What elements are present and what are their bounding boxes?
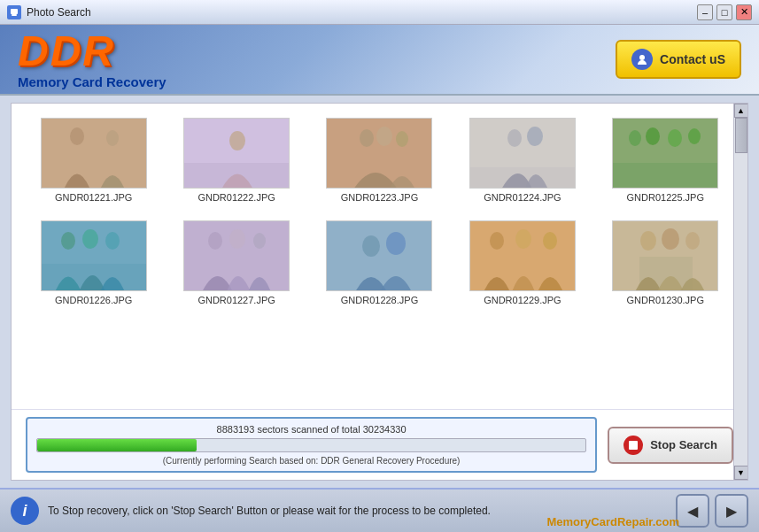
- scroll-track: [735, 118, 747, 466]
- photo-item: GNDR01228.JPG: [315, 220, 444, 305]
- svg-point-16: [527, 127, 543, 146]
- svg-point-43: [685, 232, 700, 250]
- photo-label: GNDR01227.JPG: [197, 295, 275, 305]
- watermark: MemoryCardRepair.com: [546, 515, 679, 528]
- svg-point-2: [639, 55, 645, 60]
- photo-item: GNDR01230.JPG: [601, 220, 730, 305]
- svg-point-22: [688, 128, 701, 144]
- photo-label: GNDR01228.JPG: [341, 295, 418, 305]
- svg-point-5: [106, 130, 119, 146]
- photo-thumbnail[interactable]: [41, 118, 147, 189]
- scroll-up-arrow[interactable]: ▲: [734, 104, 748, 118]
- svg-point-15: [507, 129, 522, 147]
- stop-icon: [623, 436, 643, 455]
- svg-point-34: [386, 232, 406, 255]
- svg-point-4: [70, 127, 84, 145]
- scroll-thumb[interactable]: [735, 118, 747, 153]
- progress-box: 8883193 sectors scanned of total 3023433…: [26, 417, 597, 473]
- svg-point-8: [229, 131, 245, 150]
- svg-rect-40: [639, 257, 693, 291]
- photo-label: GNDR01230.JPG: [627, 295, 704, 305]
- svg-rect-17: [613, 119, 718, 189]
- svg-point-37: [515, 229, 531, 249]
- gallery-scroll-area[interactable]: GNDR01221.JPGGNDR01222.JPGGNDR01223.JPGG…: [12, 104, 747, 409]
- navigation-buttons: ◀ ▶: [676, 494, 748, 528]
- photo-thumbnail[interactable]: [612, 118, 718, 189]
- photo-thumbnail[interactable]: [183, 220, 290, 291]
- gallery-container: GNDR01221.JPGGNDR01222.JPGGNDR01223.JPGG…: [11, 103, 748, 481]
- svg-point-12: [396, 131, 408, 147]
- photo-thumbnail[interactable]: [469, 118, 576, 189]
- scroll-down-arrow[interactable]: ▼: [734, 466, 748, 480]
- svg-rect-18: [613, 163, 718, 189]
- header-branding: DDR Memory Card Recovery: [18, 30, 167, 89]
- svg-rect-24: [42, 264, 147, 291]
- close-button[interactable]: ✕: [736, 4, 752, 20]
- window-controls: – □ ✕: [697, 4, 752, 20]
- svg-point-20: [646, 127, 660, 145]
- gallery-grid: GNDR01221.JPGGNDR01222.JPGGNDR01223.JPGG…: [29, 118, 730, 305]
- svg-point-10: [360, 129, 374, 147]
- title-bar: Photo Search – □ ✕: [0, 0, 759, 25]
- photo-thumbnail[interactable]: [41, 220, 147, 291]
- svg-point-33: [362, 235, 380, 257]
- title-bar-left: Photo Search: [7, 5, 91, 19]
- back-button[interactable]: ◀: [676, 494, 709, 528]
- svg-point-42: [662, 228, 679, 250]
- main-area: GNDR01221.JPGGNDR01222.JPGGNDR01223.JPGG…: [0, 96, 759, 488]
- photo-label: GNDR01225.JPG: [627, 192, 704, 203]
- svg-point-21: [668, 129, 682, 147]
- photo-label: GNDR01226.JPG: [55, 295, 132, 305]
- contact-button[interactable]: Contact uS: [616, 40, 741, 79]
- app-subtitle: Memory Card Recovery: [18, 74, 167, 89]
- stop-label: Stop Search: [650, 438, 717, 451]
- photo-label: GNDR01222.JPG: [197, 192, 275, 203]
- scrollbar[interactable]: ▲ ▼: [733, 104, 747, 480]
- svg-point-19: [629, 130, 641, 146]
- svg-point-29: [208, 232, 222, 250]
- progress-note: (Currently performing Search based on: D…: [36, 456, 586, 466]
- app-icon: [7, 5, 21, 19]
- svg-rect-3: [42, 119, 147, 189]
- svg-rect-0: [11, 9, 18, 14]
- photo-thumbnail[interactable]: [326, 220, 432, 291]
- maximize-button[interactable]: □: [716, 4, 732, 20]
- svg-point-31: [253, 233, 266, 249]
- photo-item: GNDR01229.JPG: [458, 220, 586, 305]
- ddr-logo: DDR: [18, 30, 167, 73]
- svg-point-11: [376, 127, 392, 146]
- svg-point-41: [640, 231, 656, 251]
- window-title: Photo Search: [27, 6, 91, 19]
- photo-item: GNDR01221.JPG: [29, 118, 158, 203]
- photo-label: GNDR01224.JPG: [484, 192, 561, 203]
- stop-search-button[interactable]: Stop Search: [608, 427, 733, 464]
- svg-rect-6: [184, 119, 290, 189]
- svg-point-26: [82, 229, 98, 249]
- sectors-text: 8883193 sectors scanned of total 3023433…: [36, 424, 586, 435]
- photo-thumbnail[interactable]: [326, 118, 432, 189]
- photo-thumbnail[interactable]: [469, 220, 576, 291]
- svg-rect-7: [184, 163, 290, 189]
- svg-point-25: [61, 232, 75, 250]
- svg-point-27: [105, 232, 120, 250]
- photo-item: GNDR01226.JPG: [29, 220, 158, 305]
- header: DDR Memory Card Recovery Contact uS: [0, 25, 759, 96]
- svg-point-38: [543, 232, 557, 250]
- progress-bar-fill: [37, 439, 197, 451]
- minimize-button[interactable]: –: [697, 4, 713, 20]
- svg-point-36: [490, 232, 504, 250]
- progress-area: 8883193 sectors scanned of total 3023433…: [12, 409, 747, 480]
- info-icon: i: [11, 497, 39, 525]
- svg-rect-32: [327, 221, 432, 291]
- photo-item: GNDR01225.JPG: [601, 118, 730, 203]
- photo-thumbnail[interactable]: [612, 220, 718, 291]
- progress-bar-background: [36, 438, 586, 452]
- photo-thumbnail[interactable]: [183, 118, 290, 189]
- photo-item: GNDR01222.JPG: [172, 118, 300, 203]
- contact-icon: [631, 49, 653, 70]
- svg-rect-13: [470, 119, 576, 189]
- forward-button[interactable]: ▶: [715, 494, 748, 528]
- photo-label: GNDR01223.JPG: [341, 192, 418, 203]
- photo-label: GNDR01221.JPG: [55, 192, 132, 203]
- contact-label: Contact uS: [660, 52, 725, 66]
